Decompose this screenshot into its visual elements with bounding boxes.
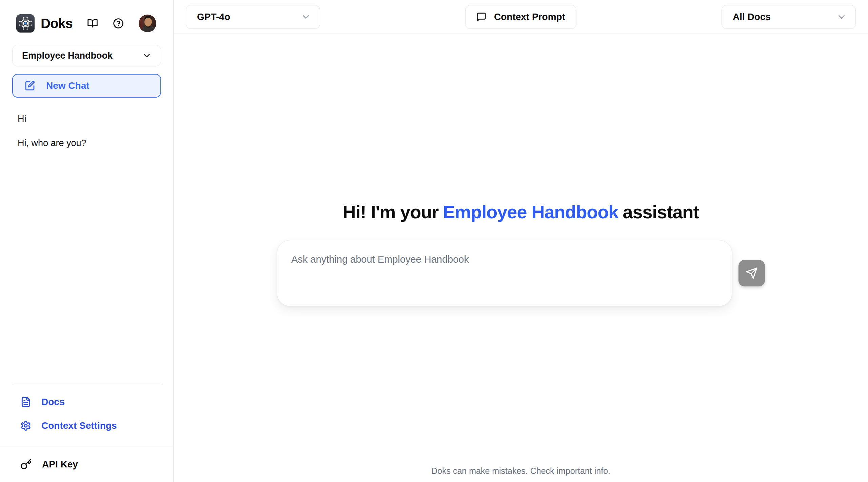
model-selector[interactable]: GPT-4o <box>186 5 320 29</box>
help-button[interactable] <box>113 18 124 29</box>
book-open-icon <box>87 18 98 29</box>
sidebar-item-context-settings[interactable]: Context Settings <box>12 416 161 436</box>
send-icon <box>746 267 758 279</box>
disclaimer-text: Doks can make mistakes. Check important … <box>174 466 868 476</box>
main-content: GPT-4o Context Prompt All Docs <box>174 0 868 482</box>
sidebar-item-api-key[interactable]: API Key <box>0 446 173 482</box>
greeting-suffix: assistant <box>623 202 699 222</box>
sidebar-header-icons <box>87 15 156 32</box>
model-selected-label: GPT-4o <box>197 12 230 22</box>
context-prompt-button[interactable]: Context Prompt <box>465 5 576 29</box>
chevron-down-icon <box>836 12 847 22</box>
help-circle-icon <box>113 18 124 29</box>
api-key-label: API Key <box>42 459 78 470</box>
composer-row <box>277 240 765 306</box>
sidebar-header: Doks <box>0 0 173 43</box>
chevron-down-icon <box>301 12 311 22</box>
sidebar-spacer <box>0 155 173 383</box>
new-chat-button[interactable]: New Chat <box>12 74 161 98</box>
message-square-icon <box>476 12 487 22</box>
file-text-icon <box>20 397 31 407</box>
context-settings-label: Context Settings <box>41 420 117 431</box>
sidebar: Doks <box>0 0 174 482</box>
docs-scope-selected-label: All Docs <box>733 12 771 22</box>
doks-logo-icon <box>16 14 35 33</box>
chat-history-item[interactable]: Hi, who are you? <box>12 131 161 155</box>
gear-icon <box>20 420 31 431</box>
chat-input[interactable] <box>277 240 732 306</box>
brand: Doks <box>16 14 73 33</box>
greeting-heading: Hi! I'm yourEmployee Handbookassistant <box>342 201 699 222</box>
user-avatar[interactable] <box>139 15 156 32</box>
library-button[interactable] <box>87 18 98 29</box>
chat-history-list: Hi Hi, who are you? <box>0 106 173 155</box>
sidebar-footer-links: Docs Context Settings <box>12 383 161 446</box>
square-pen-icon <box>24 80 35 91</box>
workspace-selector[interactable]: Employee Handbook <box>12 45 161 66</box>
chevron-down-icon <box>142 51 152 61</box>
context-prompt-label: Context Prompt <box>494 12 565 22</box>
chat-history-item[interactable]: Hi <box>12 106 161 131</box>
topbar: GPT-4o Context Prompt All Docs <box>174 0 868 34</box>
docs-scope-selector[interactable]: All Docs <box>722 5 856 29</box>
greeting-prefix: Hi! I'm your <box>342 202 438 222</box>
send-button[interactable] <box>738 260 765 286</box>
greeting-highlight: Employee Handbook <box>443 202 618 222</box>
workspace-selected-label: Employee Handbook <box>22 51 113 61</box>
sidebar-item-docs[interactable]: Docs <box>12 392 161 412</box>
new-chat-label: New Chat <box>46 80 90 91</box>
docs-label: Docs <box>41 397 64 407</box>
brand-name: Doks <box>41 16 73 31</box>
app-window: Doks <box>0 0 868 482</box>
chat-empty-state: Hi! I'm yourEmployee Handbookassistant <box>174 34 868 482</box>
key-icon <box>20 459 32 470</box>
